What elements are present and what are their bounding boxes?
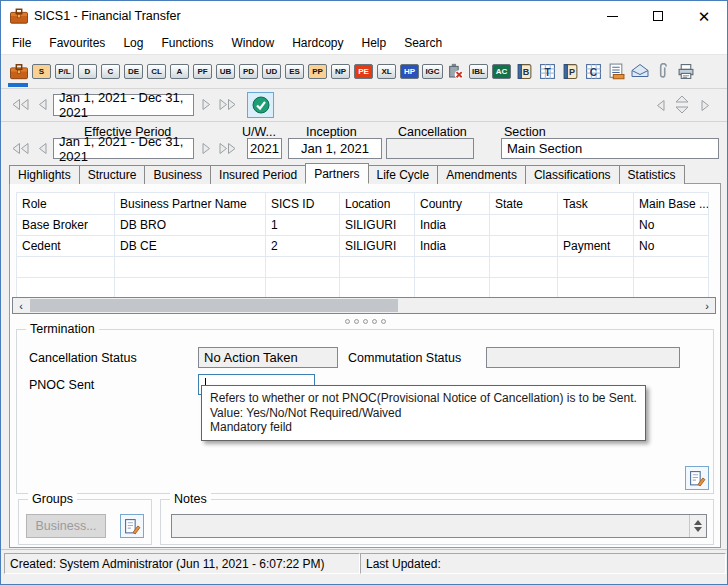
maximize-button[interactable] bbox=[635, 1, 681, 31]
table-row[interactable] bbox=[17, 257, 709, 278]
column-header-main-base[interactable]: Main Base ... bbox=[634, 193, 709, 215]
tab-insured-period[interactable]: Insured Period bbox=[210, 165, 306, 184]
menu-item-favourites[interactable]: Favourites bbox=[40, 33, 114, 53]
last-period-button[interactable] bbox=[218, 98, 237, 111]
scroll-left-record-button[interactable] bbox=[656, 99, 666, 112]
tooltip-line-3: Mandatory feild bbox=[210, 420, 637, 435]
workspace-briefcase-icon[interactable] bbox=[7, 58, 30, 84]
toolbar-pf-icon[interactable]: PF bbox=[191, 58, 214, 84]
menu-item-help[interactable]: Help bbox=[352, 33, 395, 53]
table-row[interactable] bbox=[17, 278, 709, 299]
scrollbar-track[interactable] bbox=[29, 298, 699, 313]
tab-statistics[interactable]: Statistics bbox=[619, 165, 685, 184]
tab-partners[interactable]: Partners bbox=[305, 163, 368, 184]
toolbar-xl-icon[interactable]: XL bbox=[375, 58, 398, 84]
toolbar-np-icon[interactable]: NP bbox=[329, 58, 352, 84]
toolbar-s-icon[interactable]: S bbox=[30, 58, 53, 84]
effective-first-button[interactable] bbox=[11, 142, 30, 155]
column-header-business-partner-name[interactable]: Business Partner Name bbox=[115, 193, 266, 215]
toolbar-pp-icon[interactable]: PP bbox=[306, 58, 329, 84]
notes-combobox[interactable] bbox=[171, 514, 707, 538]
toolbar-d-icon[interactable]: D bbox=[76, 58, 99, 84]
partners-table-header-row: RoleBusiness Partner NameSICS IDLocation… bbox=[17, 193, 709, 215]
next-period-button[interactable] bbox=[201, 98, 211, 111]
print-icon[interactable] bbox=[674, 58, 697, 84]
minimize-icon bbox=[607, 16, 618, 17]
toolbar-ac-icon[interactable]: AC bbox=[490, 58, 513, 84]
notes-spinner[interactable] bbox=[689, 515, 706, 537]
scrollbar-right-arrow-icon[interactable]: › bbox=[699, 298, 715, 313]
groups-edit-button[interactable] bbox=[120, 514, 144, 538]
scroll-right-record-button[interactable] bbox=[700, 99, 710, 112]
menu-item-window[interactable]: Window bbox=[222, 33, 283, 53]
toolbar-a-icon[interactable]: A bbox=[168, 58, 191, 84]
effective-previous-button[interactable] bbox=[38, 142, 48, 155]
mail-icon[interactable] bbox=[628, 58, 651, 84]
tab-amendments[interactable]: Amendments bbox=[437, 165, 526, 184]
tab-structure[interactable]: Structure bbox=[79, 165, 146, 184]
menu-item-file[interactable]: File bbox=[3, 33, 40, 53]
first-period-button[interactable] bbox=[11, 98, 30, 111]
toolbar-cl-icon[interactable]: CL bbox=[145, 58, 168, 84]
toolbar-pl-icon[interactable]: P/L bbox=[53, 58, 76, 84]
scrollbar-thumb[interactable] bbox=[30, 299, 398, 312]
effective-last-button[interactable] bbox=[218, 142, 237, 155]
cancellation-status-label: Cancellation Status bbox=[29, 351, 137, 365]
toolbar-ub-icon[interactable]: UB bbox=[214, 58, 237, 84]
tab-highlights[interactable]: Highlights bbox=[9, 165, 80, 184]
business-groups-button[interactable]: Business... bbox=[26, 514, 106, 538]
table-row[interactable]: CedentDB CE2SILIGURIIndiaPaymentNo bbox=[17, 236, 709, 257]
close-button[interactable]: ✕ bbox=[681, 1, 727, 31]
previous-period-button[interactable] bbox=[38, 98, 48, 111]
attachment-paperclip-icon[interactable] bbox=[651, 58, 674, 84]
inception-field[interactable]: Jan 1, 2021 bbox=[288, 138, 382, 159]
notes-list-icon[interactable] bbox=[605, 58, 628, 84]
effective-next-button[interactable] bbox=[201, 142, 211, 155]
toolbar-es-icon[interactable]: ES bbox=[283, 58, 306, 84]
toolbar-hp-icon[interactable]: HP bbox=[398, 58, 421, 84]
effective-period-field[interactable]: Jan 1, 2021 - Dec 31, 2021 bbox=[53, 138, 194, 159]
grid-c-icon[interactable]: C bbox=[582, 58, 605, 84]
column-header-state[interactable]: State bbox=[490, 193, 558, 215]
toolbar-igc-icon[interactable]: IGC bbox=[421, 58, 444, 84]
tab-business[interactable]: Business bbox=[144, 165, 211, 184]
table-row[interactable]: Base BrokerDB BRO1SILIGURIIndiaNo bbox=[17, 215, 709, 236]
toolbar-pe-icon[interactable]: PE bbox=[352, 58, 375, 84]
toolbar-c-icon[interactable]: C bbox=[99, 58, 122, 84]
section-field[interactable]: Main Section bbox=[501, 138, 719, 159]
record-sort-spinner[interactable] bbox=[673, 94, 691, 116]
toolbar-ud-icon[interactable]: UD bbox=[260, 58, 283, 84]
toolbar-pd-icon[interactable]: PD bbox=[237, 58, 260, 84]
scrollbar-left-arrow-icon[interactable]: ‹ bbox=[13, 298, 29, 313]
column-header-role[interactable]: Role bbox=[17, 193, 115, 215]
tab-classifications[interactable]: Classifications bbox=[525, 165, 620, 184]
splitter-handle[interactable] bbox=[10, 316, 720, 326]
table-horizontal-scrollbar[interactable]: ‹ › bbox=[12, 297, 716, 314]
grid-t-icon[interactable]: T bbox=[536, 58, 559, 84]
toolbar-ibl-icon[interactable]: IBL bbox=[467, 58, 490, 84]
pnoc-tooltip: Refers to whether or not PNOC(Provisiona… bbox=[201, 385, 646, 441]
uw-year-field[interactable]: 2021 bbox=[247, 138, 282, 159]
menu-item-search[interactable]: Search bbox=[395, 33, 451, 53]
menu-item-functions[interactable]: Functions bbox=[152, 33, 222, 53]
book-p-icon[interactable]: P bbox=[559, 58, 582, 84]
toolbar-de-icon[interactable]: DE bbox=[122, 58, 145, 84]
column-header-country[interactable]: Country bbox=[415, 193, 490, 215]
phone-disconnect-icon[interactable] bbox=[444, 58, 467, 84]
cancellation-status-field[interactable]: No Action Taken bbox=[198, 347, 338, 368]
book-b-icon[interactable]: B bbox=[513, 58, 536, 84]
cancellation-field[interactable] bbox=[386, 138, 474, 159]
minimize-button[interactable] bbox=[589, 1, 635, 31]
termination-edit-button[interactable] bbox=[685, 466, 709, 490]
menu-item-log[interactable]: Log bbox=[114, 33, 152, 53]
tab-life-cycle[interactable]: Life Cycle bbox=[368, 165, 439, 184]
column-header-task[interactable]: Task bbox=[558, 193, 634, 215]
menu-item-hardcopy[interactable]: Hardcopy bbox=[283, 33, 352, 53]
column-header-sics-id[interactable]: SICS ID bbox=[266, 193, 340, 215]
edit-pencil-icon bbox=[689, 470, 706, 487]
column-header-location[interactable]: Location bbox=[340, 193, 415, 215]
svg-text:B: B bbox=[522, 67, 529, 77]
period-range-field[interactable]: Jan 1, 2021 - Dec 31, 2021 bbox=[53, 94, 194, 116]
confirm-period-button[interactable] bbox=[247, 92, 274, 118]
commutation-status-field[interactable] bbox=[486, 347, 680, 368]
